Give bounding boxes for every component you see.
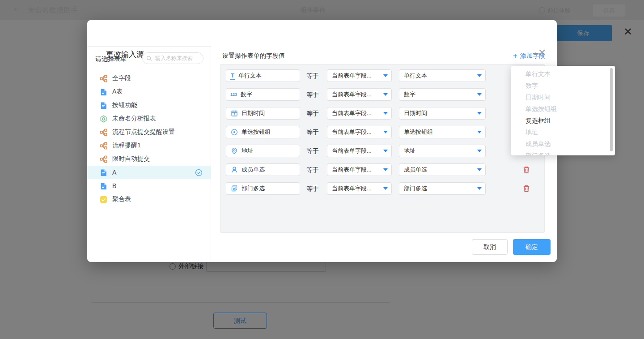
confirm-button[interactable]: 确定 bbox=[513, 239, 551, 255]
chevron-down-icon bbox=[473, 70, 485, 82]
sidebar-item-a-table[interactable]: A表 bbox=[87, 85, 211, 99]
sidebar-item-aggregate-table[interactable]: 聚合表 bbox=[87, 193, 211, 206]
sidebar-item-button-function[interactable]: 按钮功能 bbox=[87, 99, 211, 112]
divider bbox=[87, 46, 211, 47]
source-select[interactable]: 当前表单字段... bbox=[327, 107, 392, 120]
value-select[interactable]: 数字 bbox=[399, 88, 486, 101]
value-select-value: 数字 bbox=[399, 89, 473, 100]
field-name-box[interactable]: 单选按钮组 bbox=[226, 126, 300, 138]
svg-text:7: 7 bbox=[233, 113, 235, 116]
scrollbar-thumb[interactable] bbox=[610, 68, 613, 151]
chevron-down-icon bbox=[473, 89, 485, 100]
sidebar-item-analysis-report[interactable]: 未命名分析报表 bbox=[87, 112, 211, 125]
form-search-box[interactable] bbox=[142, 52, 203, 64]
field-name-box[interactable]: 成员单选 bbox=[226, 163, 300, 176]
sidebar-item-label: A表 bbox=[112, 88, 123, 96]
field-name: 地址 bbox=[242, 147, 253, 155]
operator-label: 等于 bbox=[306, 69, 319, 82]
divider bbox=[211, 46, 211, 262]
source-select[interactable]: 当前表单字段... bbox=[327, 182, 392, 195]
source-select-value: 当前表单字段... bbox=[327, 183, 379, 194]
sidebar-item-label: B bbox=[112, 182, 116, 189]
menu-item[interactable]: 复选框组 bbox=[511, 115, 615, 126]
menu-item: 单选按钮组 bbox=[511, 103, 615, 115]
form-select-label: 请选择表单 bbox=[95, 55, 127, 63]
chevron-down-icon bbox=[379, 145, 391, 157]
field-name: 单行文本 bbox=[238, 72, 262, 80]
number-field-icon: 123 bbox=[230, 91, 237, 99]
operator-label: 等于 bbox=[306, 107, 319, 120]
workflow-icon bbox=[100, 75, 107, 82]
member-field-icon bbox=[230, 166, 238, 174]
sidebar-item-a-selected[interactable]: A bbox=[87, 166, 211, 179]
value-select[interactable]: 部门多选 bbox=[399, 182, 486, 195]
document-icon bbox=[100, 182, 107, 190]
field-name: 日期时间 bbox=[242, 109, 265, 117]
menu-item: 部门多选 bbox=[511, 150, 615, 155]
field-mapping-row: T 单行文本 等于 当前表单字段... 单行文本 bbox=[220, 69, 544, 82]
source-select[interactable]: 当前表单字段... bbox=[327, 69, 392, 82]
field-mapping-row: 单选按钮组 等于 当前表单字段... 单选按钮组 bbox=[220, 126, 544, 138]
operator-label: 等于 bbox=[306, 145, 319, 157]
operator-label: 等于 bbox=[306, 182, 319, 195]
value-select[interactable]: 日期时间 bbox=[399, 107, 486, 120]
main-title: 设置操作表单的字段值 bbox=[222, 52, 285, 60]
sidebar-item-label: A bbox=[112, 169, 116, 176]
source-select[interactable]: 当前表单字段... bbox=[327, 163, 392, 176]
workflow-icon bbox=[100, 155, 107, 163]
address-field-icon bbox=[230, 147, 238, 155]
add-field-button[interactable]: +添加字段 bbox=[513, 51, 545, 60]
field-name-box[interactable]: T 单行文本 bbox=[226, 69, 300, 82]
radio-group-field-icon bbox=[230, 129, 238, 136]
field-mapping-row: 部门多选 等于 当前表单字段... 部门多选 bbox=[220, 182, 544, 195]
menu-item: 日期时间 bbox=[511, 91, 615, 103]
change-input-source-modal: 更改输入源 ✕ 请选择表单 全字段 A表 按钮功能 bbox=[87, 20, 557, 262]
sidebar-item-all-fields[interactable]: 全字段 bbox=[87, 72, 211, 85]
value-select[interactable]: 地址 bbox=[399, 145, 486, 157]
cancel-button[interactable]: 取消 bbox=[472, 239, 508, 255]
value-select[interactable]: 单行文本 bbox=[399, 69, 486, 82]
chevron-down-icon bbox=[473, 107, 485, 119]
sidebar-item-timed-auto-submit[interactable]: 限时自动提交 bbox=[87, 152, 211, 166]
source-select[interactable]: 当前表单字段... bbox=[327, 145, 392, 157]
sidebar-item-label: 流程提醒1 bbox=[112, 142, 141, 150]
operator-label: 等于 bbox=[306, 126, 319, 138]
field-name: 单选按钮组 bbox=[242, 128, 271, 136]
trash-icon[interactable] bbox=[522, 185, 530, 193]
value-select-value: 部门多选 bbox=[399, 183, 473, 194]
field-mapping-row: 地址 等于 当前表单字段... 地址 bbox=[220, 145, 544, 157]
aggregate-icon bbox=[100, 196, 107, 203]
sidebar-item-b[interactable]: B bbox=[87, 179, 211, 193]
chevron-down-icon bbox=[379, 89, 391, 100]
field-name-box[interactable]: 部门多选 bbox=[226, 182, 300, 195]
value-select-value: 单行文本 bbox=[399, 70, 473, 82]
value-select[interactable]: 成员单选 bbox=[399, 163, 486, 176]
field-name-box[interactable]: 123 数字 bbox=[226, 88, 300, 101]
source-select[interactable]: 当前表单字段... bbox=[327, 126, 392, 138]
trash-icon[interactable] bbox=[522, 166, 530, 174]
document-icon bbox=[100, 169, 107, 176]
chevron-down-icon bbox=[473, 164, 485, 176]
search-input[interactable] bbox=[154, 55, 199, 62]
chevron-down-icon bbox=[379, 164, 391, 176]
menu-item: 地址 bbox=[511, 126, 615, 138]
field-name-box[interactable]: 地址 bbox=[226, 145, 300, 157]
value-select[interactable]: 单选按钮组 bbox=[399, 126, 486, 138]
sidebar-item-flow-node-reminder[interactable]: 流程节点提交提醒设置 bbox=[87, 125, 211, 139]
sidebar-item-label: 未命名分析报表 bbox=[112, 115, 156, 123]
chevron-down-icon bbox=[473, 126, 485, 138]
field-name-box[interactable]: 7 日期时间 bbox=[226, 107, 300, 120]
sidebar-item-label: 限时自动提交 bbox=[112, 155, 150, 163]
source-select[interactable]: 当前表单字段... bbox=[327, 88, 392, 101]
add-field-dropdown: 单行文本 数字 日期时间 单选按钮组 复选框组 地址 成员单选 部门多选 bbox=[511, 66, 615, 155]
app-root: ‹ 未命名数据助手 组件事件 前往体验 保存 保存 ✕ 外部链接 测试 更改输入… bbox=[0, 0, 644, 339]
chevron-down-icon bbox=[473, 183, 485, 194]
value-select-value: 地址 bbox=[399, 145, 473, 157]
chevron-down-icon bbox=[473, 145, 485, 157]
sidebar-item-flow-reminder-1[interactable]: 流程提醒1 bbox=[87, 139, 211, 152]
field-name: 成员单选 bbox=[242, 166, 265, 174]
department-field-icon bbox=[230, 185, 238, 193]
chevron-down-icon bbox=[379, 126, 391, 138]
field-mapping-row: 成员单选 等于 当前表单字段... 成员单选 bbox=[220, 163, 544, 176]
value-select-value: 日期时间 bbox=[399, 107, 473, 119]
